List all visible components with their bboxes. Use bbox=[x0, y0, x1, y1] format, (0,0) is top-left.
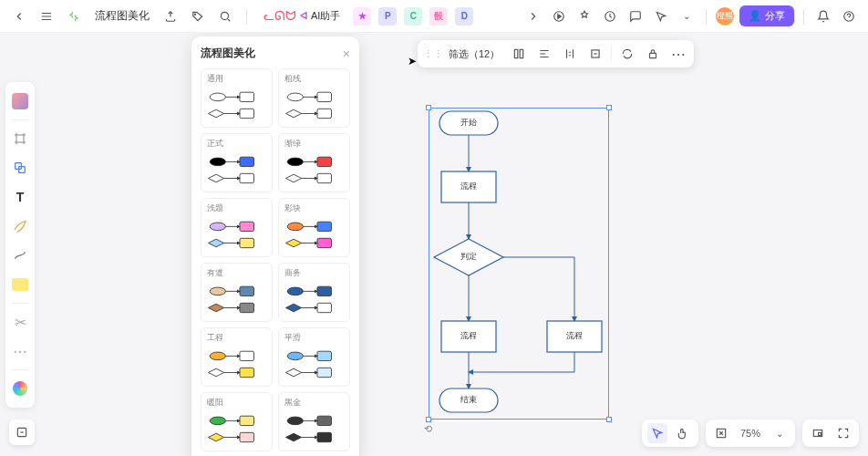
app-chip-4[interactable]: 骰 bbox=[429, 7, 448, 26]
fullscreen-button[interactable] bbox=[833, 423, 853, 443]
user-avatar[interactable]: 橙熊 bbox=[716, 7, 734, 26]
svg-rect-9 bbox=[240, 109, 254, 118]
style-tool[interactable] bbox=[8, 89, 32, 113]
search-button[interactable] bbox=[215, 6, 235, 26]
notification-button[interactable] bbox=[813, 6, 833, 26]
style-card-8[interactable]: 工程 bbox=[201, 327, 273, 387]
more-actions-button[interactable]: ⋯ bbox=[668, 44, 688, 64]
refresh-button[interactable] bbox=[617, 44, 637, 64]
scissor-tool[interactable]: ✂ bbox=[8, 310, 32, 334]
zoom-fit-button[interactable] bbox=[711, 423, 731, 443]
svg-rect-27 bbox=[240, 303, 254, 312]
resize-handle-bl[interactable] bbox=[426, 417, 431, 422]
pen-tool[interactable] bbox=[8, 214, 32, 238]
pointer-mode-button[interactable] bbox=[647, 423, 667, 443]
back-button[interactable] bbox=[9, 6, 29, 26]
resize-handle-tl[interactable] bbox=[426, 105, 431, 110]
svg-rect-39 bbox=[240, 432, 254, 441]
app-chip-5[interactable]: D bbox=[455, 7, 473, 26]
style-label: 商务 bbox=[283, 267, 346, 279]
app-chip-2[interactable]: P bbox=[378, 7, 397, 26]
style-card-9[interactable]: 平滑 bbox=[278, 327, 350, 387]
export-button[interactable] bbox=[160, 6, 181, 26]
minimap-button[interactable] bbox=[808, 423, 828, 443]
panel-close-button[interactable]: × bbox=[343, 47, 350, 61]
align-button[interactable] bbox=[534, 44, 554, 64]
hand-mode-button[interactable] bbox=[673, 423, 693, 443]
style-card-7[interactable]: 商务 bbox=[278, 263, 350, 322]
share-button[interactable]: 👤分享 bbox=[739, 5, 794, 26]
sticky-note-tool[interactable] bbox=[8, 273, 32, 296]
canvas[interactable]: ⟲ 开始 流程 判定 流程 流程 结束 bbox=[0, 33, 868, 456]
style-card-6[interactable]: 有道 bbox=[201, 263, 273, 322]
svg-rect-44 bbox=[520, 49, 523, 57]
style-card-4[interactable]: 浅题 bbox=[201, 198, 273, 257]
style-label: 浅题 bbox=[205, 202, 268, 214]
history-button[interactable] bbox=[600, 6, 620, 26]
style-label: 彩块 bbox=[283, 202, 346, 214]
svg-rect-24 bbox=[317, 238, 332, 247]
ai-gradient-icon: ᐊ bbox=[300, 10, 307, 22]
text-tool[interactable]: T bbox=[8, 185, 32, 209]
present-button[interactable] bbox=[574, 6, 594, 26]
svg-point-25 bbox=[210, 287, 225, 295]
selection-count-label: 筛选（12） bbox=[449, 47, 500, 61]
selection-box[interactable]: ⟲ bbox=[429, 108, 609, 420]
play-button[interactable] bbox=[549, 6, 569, 26]
person-icon: 👤 bbox=[749, 10, 761, 22]
frame-tool[interactable] bbox=[8, 127, 32, 150]
group-button[interactable] bbox=[585, 44, 605, 64]
cursor-button[interactable] bbox=[651, 6, 671, 26]
help-button[interactable] bbox=[839, 6, 859, 26]
style-card-11[interactable]: 黑金 bbox=[278, 392, 350, 451]
view-controls: 75% ⌄ bbox=[642, 420, 859, 447]
play-expand-icon[interactable] bbox=[523, 6, 543, 26]
selection-toolbar: ⋮⋮ 筛选（12） ⋯ bbox=[418, 40, 694, 67]
style-card-3[interactable]: 渐绿 bbox=[278, 133, 350, 192]
style-card-1[interactable]: 粗线 bbox=[278, 68, 350, 128]
svg-rect-12 bbox=[317, 109, 332, 118]
style-card-0[interactable]: 通用 bbox=[201, 68, 273, 128]
svg-point-31 bbox=[210, 352, 225, 360]
style-label: 平滑 bbox=[283, 332, 346, 344]
rotate-handle[interactable]: ⟲ bbox=[424, 423, 432, 435]
style-label: 黑金 bbox=[283, 397, 346, 409]
zoom-dropdown[interactable]: ⌄ bbox=[770, 423, 790, 443]
doc-type-icon bbox=[64, 6, 84, 26]
distribute-button[interactable] bbox=[560, 44, 580, 64]
svg-rect-46 bbox=[650, 53, 656, 57]
chevron-down-icon[interactable]: ⌄ bbox=[677, 6, 697, 26]
svg-rect-18 bbox=[317, 173, 332, 182]
style-label: 工程 bbox=[205, 332, 268, 344]
zoom-level[interactable]: 75% bbox=[737, 428, 764, 439]
color-tool[interactable] bbox=[8, 377, 32, 400]
menu-button[interactable] bbox=[36, 6, 57, 26]
doc-title[interactable]: 流程图美化 bbox=[95, 8, 150, 24]
svg-rect-8 bbox=[240, 92, 254, 101]
shape-tool[interactable] bbox=[8, 156, 32, 180]
ai-cat-icon: ᓚᘏᗢ bbox=[264, 8, 296, 24]
resize-handle-tr[interactable] bbox=[606, 105, 612, 110]
tag-button[interactable] bbox=[188, 6, 208, 26]
app-chip-3[interactable]: C bbox=[404, 7, 422, 26]
app-chip-1[interactable]: ★ bbox=[353, 7, 371, 26]
style-card-2[interactable]: 正式 bbox=[201, 133, 273, 192]
style-label: 暖阳 bbox=[205, 397, 268, 409]
style-card-5[interactable]: 彩块 bbox=[278, 198, 350, 257]
svg-point-37 bbox=[210, 417, 225, 425]
style-card-10[interactable]: 暖阳 bbox=[201, 392, 273, 451]
svg-point-19 bbox=[210, 223, 225, 231]
svg-rect-21 bbox=[240, 238, 254, 247]
layout-button-1[interactable] bbox=[509, 44, 529, 64]
svg-rect-4 bbox=[16, 163, 22, 170]
drag-handle-icon[interactable]: ⋮⋮ bbox=[423, 48, 443, 60]
resize-handle-br[interactable] bbox=[606, 417, 612, 422]
lock-button[interactable] bbox=[643, 44, 663, 64]
comment-button[interactable] bbox=[625, 6, 646, 26]
connector-tool[interactable] bbox=[8, 244, 32, 267]
style-label: 通用 bbox=[205, 73, 268, 85]
ai-label: AI助手 bbox=[311, 9, 340, 23]
more-tool[interactable]: ⋯ bbox=[8, 339, 32, 363]
style-label: 有道 bbox=[205, 267, 268, 279]
ai-assistant-button[interactable]: ᓚᘏᗢ ᐊ AI助手 bbox=[258, 6, 346, 26]
